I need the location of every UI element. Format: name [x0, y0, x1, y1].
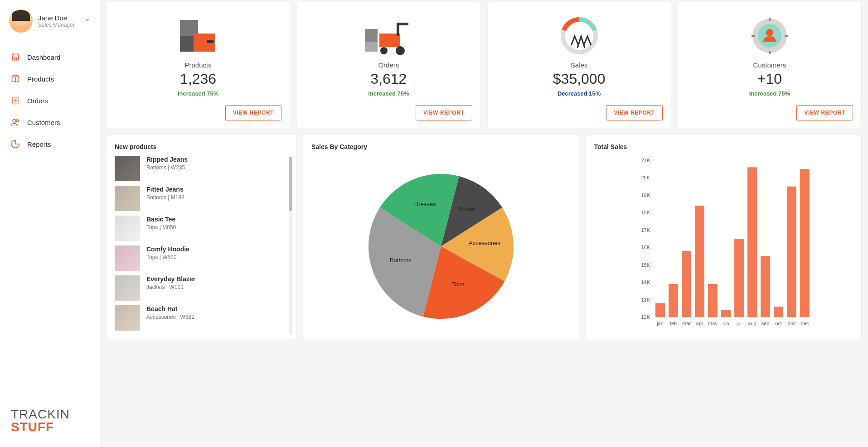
y-tick: 14K: [641, 279, 650, 285]
y-tick: 16K: [641, 245, 650, 250]
product-sub: Bottoms | W235: [146, 164, 188, 171]
x-tick: oct: [775, 321, 782, 326]
svg-rect-10: [207, 40, 213, 43]
product-thumb: [115, 186, 140, 211]
clipboard-icon: [11, 96, 20, 105]
view-report-button[interactable]: VIEW REPORT: [416, 105, 472, 120]
new-products-panel: New products Ripped JeansBottoms | W235F…: [106, 135, 296, 339]
chevron-down-icon: [84, 17, 91, 25]
svg-rect-7: [180, 20, 198, 36]
bar-chart: 12K13K14K15K16K17K18K19K20K21Kjanfebmara…: [633, 156, 814, 328]
stat-delta: Decreased 15%: [558, 90, 601, 97]
sidebar-item-label: Orders: [27, 97, 48, 105]
x-tick: jul: [736, 321, 742, 326]
panel-title: New products: [115, 143, 288, 150]
product-sub: Accessories | W322: [146, 314, 194, 320]
pie-label: Bottoms: [390, 257, 412, 264]
x-tick: dec: [801, 321, 809, 326]
product-thumb: [115, 305, 140, 331]
product-sub: Tops | M050: [146, 224, 176, 231]
stat-icon: [747, 14, 792, 58]
list-item[interactable]: Ripped JeansBottoms | W235: [115, 156, 279, 181]
sidebar-item-products[interactable]: Products: [0, 68, 100, 90]
view-report-button[interactable]: VIEW REPORT: [606, 105, 663, 120]
bar-aug: [747, 167, 757, 317]
box-icon: [11, 74, 20, 83]
y-tick: 13K: [641, 297, 650, 303]
sidebar-item-orders[interactable]: Orders: [0, 90, 100, 111]
panel-title: Total Sales: [594, 143, 853, 150]
bar-jul: [734, 239, 744, 317]
product-name: Basic Tee: [146, 216, 176, 223]
pie-chart: ShoesAccessoriesTopsBottomsDresses: [359, 160, 523, 323]
total-sales-panel: Total Sales 12K13K14K15K16K17K18K19K20K2…: [586, 135, 862, 339]
sidebar-item-label: Dashboard: [27, 53, 60, 61]
sidebar-item-label: Products: [27, 75, 54, 83]
stat-label: Products: [185, 61, 212, 69]
list-item[interactable]: Basic TeeTops | M050: [115, 216, 279, 241]
list-item[interactable]: Everyday BlazerJackets | W111: [115, 275, 279, 301]
sidebar-item-reports[interactable]: Reports: [0, 133, 100, 155]
x-tick: jun: [722, 321, 729, 326]
x-tick: jan: [656, 321, 664, 326]
stat-label: Orders: [378, 61, 399, 69]
scrollbar[interactable]: [289, 157, 292, 334]
bar-sep: [761, 256, 770, 317]
list-item[interactable]: Comfy HoodieTops | W580: [115, 245, 279, 271]
product-list: Ripped JeansBottoms | W235Fitted JeansBo…: [115, 156, 288, 331]
product-name: Everyday Blazer: [146, 275, 195, 283]
svg-point-14: [380, 47, 388, 54]
product-sub: Tops | W580: [146, 254, 189, 260]
sidebar-item-label: Reports: [27, 140, 51, 148]
svg-point-21: [766, 29, 773, 36]
bar-feb: [669, 284, 678, 317]
product-sub: Bottoms | M188: [146, 194, 184, 201]
user-name: Jane Doe: [38, 14, 75, 22]
view-report-button[interactable]: VIEW REPORT: [225, 105, 282, 120]
pie-label: Shoes: [458, 206, 475, 212]
logo: TRACKIN STUFF: [0, 399, 100, 438]
x-tick: may: [708, 321, 718, 326]
stat-value: 1,236: [180, 71, 216, 87]
bar-may: [708, 284, 718, 317]
sales-by-category-panel: Sales By Category ShoesAccessoriesTopsBo…: [303, 135, 579, 339]
y-tick: 19K: [641, 192, 650, 198]
stat-value: $35,000: [553, 71, 606, 87]
product-name: Comfy Hoodie: [146, 245, 189, 253]
nav: DashboardProductsOrdersCustomersReports: [0, 46, 100, 155]
panel-title: Sales By Category: [311, 143, 571, 150]
list-item[interactable]: Fitted JeansBottoms | M188: [115, 186, 279, 211]
bar-jan: [655, 303, 665, 317]
x-tick: sep: [761, 321, 770, 326]
svg-point-5: [13, 119, 16, 122]
sidebar: Jane Doe Sales Manager DashboardProducts…: [0, 0, 100, 447]
pie-label: Accessories: [469, 240, 501, 246]
y-tick: 18K: [641, 210, 650, 215]
piechart-icon: [11, 139, 20, 149]
x-tick: mar: [682, 321, 691, 326]
svg-rect-9: [180, 36, 194, 52]
stat-delta: Increased 75%: [368, 90, 409, 97]
bar-mar: [682, 251, 691, 317]
bar-apr: [695, 206, 704, 317]
stat-card-orders: Orders3,612Increased 75%VIEW REPORT: [296, 2, 480, 128]
sidebar-item-customers[interactable]: Customers: [0, 111, 100, 133]
stat-card-products: Products1,236Increased 75%VIEW REPORT: [106, 2, 290, 128]
bar-dec: [800, 169, 810, 317]
stat-icon: [557, 14, 602, 58]
stat-card-customers: Customers+10Increased 75%VIEW REPORT: [678, 2, 862, 128]
stat-label: Sales: [571, 61, 588, 69]
svg-rect-16: [397, 24, 399, 36]
product-name: Fitted Jeans: [146, 186, 184, 193]
sidebar-item-dashboard[interactable]: Dashboard: [0, 46, 100, 68]
view-report-button[interactable]: VIEW REPORT: [796, 105, 853, 120]
scrollbar-thumb[interactable]: [289, 157, 292, 211]
x-tick: nov: [788, 321, 796, 326]
list-item[interactable]: Beach HatAccessories | W322: [115, 305, 279, 331]
user-menu[interactable]: Jane Doe Sales Manager: [0, 9, 100, 42]
avatar: [9, 9, 33, 33]
sidebar-item-label: Customers: [27, 119, 60, 126]
product-name: Beach Hat: [146, 305, 194, 312]
main: Products1,236Increased 75%VIEW REPORTOrd…: [100, 0, 868, 447]
y-tick: 17K: [641, 227, 650, 233]
